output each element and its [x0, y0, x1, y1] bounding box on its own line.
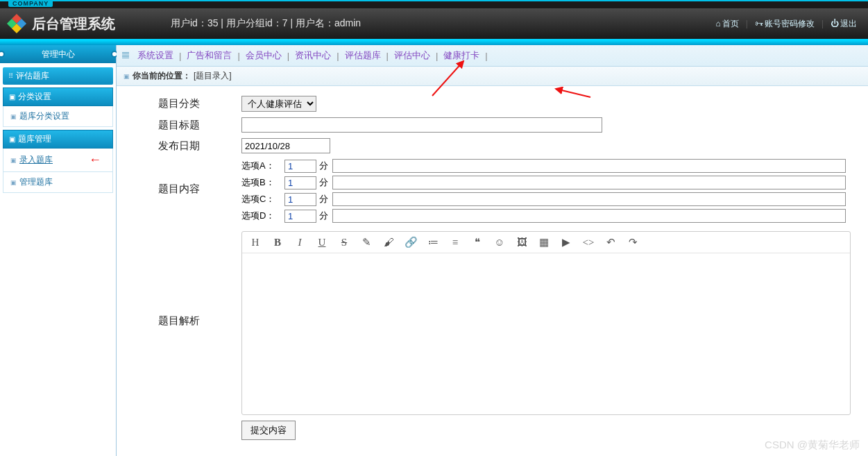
nav-news[interactable]: 资讯中心: [292, 49, 334, 62]
brush-icon[interactable]: 🖌: [382, 237, 395, 248]
underline-icon[interactable]: U: [316, 237, 328, 248]
emoji-icon[interactable]: ☺: [493, 237, 506, 248]
option-unit: 分: [319, 160, 328, 172]
logout-link[interactable]: ⏻退出: [828, 18, 860, 30]
redo-icon[interactable]: ↷: [627, 236, 639, 248]
label-category: 题目分类: [117, 96, 241, 110]
watermark: CSDN @黄菊华老师: [765, 439, 860, 452]
nav-system[interactable]: 系统设置: [135, 49, 176, 62]
option-label: 选项C：: [241, 193, 282, 205]
link-icon[interactable]: 🔗: [405, 236, 417, 248]
key-icon: 🗝: [755, 19, 763, 28]
option-label: 选项A：: [241, 160, 282, 172]
nav-eval-center[interactable]: 评估中心: [391, 49, 433, 62]
undo-icon[interactable]: ↶: [604, 236, 617, 248]
image-icon[interactable]: 🖼: [516, 237, 528, 248]
app-header: 后台管理系统 用户id：35 | 用户分组id：7 | 用户名：admin ⌂首…: [0, 8, 868, 40]
password-link[interactable]: 🗝账号密码修改: [752, 18, 817, 30]
title-input[interactable]: [241, 117, 602, 133]
editor-body[interactable]: [242, 253, 850, 414]
nav-health[interactable]: 健康打卡: [441, 49, 482, 62]
label-content: 题目内容: [117, 159, 241, 196]
sidebar-item-enter-bank[interactable]: 录入题库 ←: [3, 149, 113, 172]
option-label: 选项B：: [241, 176, 282, 189]
code-icon[interactable]: <>: [582, 237, 595, 248]
sidebar: 管理中心 评估题库 分类设置 题库分类设置 题库管理 录入题库 ← 管理题库: [0, 45, 117, 456]
sidebar-module: 评估题库: [3, 67, 113, 85]
option-text-input[interactable]: [332, 176, 846, 189]
editor-toolbar: HBIUS✎🖌🔗≔≡❝☺🖼▦▶<>↶↷: [242, 232, 850, 253]
nav-ads[interactable]: 广告和留言: [184, 49, 235, 62]
option-text-input[interactable]: [332, 209, 846, 223]
sidebar-tab[interactable]: 管理中心: [0, 45, 116, 63]
sidebar-section-category[interactable]: 分类设置: [3, 87, 113, 106]
sidebar-item-manage-bank[interactable]: 管理题库: [3, 172, 113, 193]
option-text-input[interactable]: [332, 192, 846, 206]
option-score-input[interactable]: [284, 210, 316, 223]
list-icon[interactable]: ≔: [427, 236, 439, 248]
nav-member[interactable]: 会员中心: [243, 49, 284, 62]
sidebar-item-category-settings[interactable]: 题库分类设置: [3, 106, 113, 127]
option-label: 选项D：: [241, 210, 282, 222]
top-nav: 系统设置| 广告和留言| 会员中心| 资讯中心| 评估题库| 评估中心| 健康打…: [117, 45, 868, 67]
option-score-input[interactable]: [284, 160, 316, 173]
breadcrumb: 你当前的位置：[题目录入]: [117, 67, 868, 86]
date-input[interactable]: [241, 138, 330, 153]
quote-icon[interactable]: ❝: [471, 236, 484, 248]
pencil-icon[interactable]: ✎: [360, 236, 373, 248]
rich-editor: HBIUS✎🖌🔗≔≡❝☺🖼▦▶<>↶↷: [241, 231, 851, 415]
user-info: 用户id：35 | 用户分组id：7 | 用户名：admin: [171, 17, 361, 30]
logo-icon: [8, 15, 25, 32]
option-unit: 分: [319, 193, 328, 205]
option-score-input[interactable]: [284, 193, 316, 206]
company-tag: COMPANY: [8, 0, 53, 7]
strike-icon[interactable]: S: [338, 237, 350, 248]
home-link[interactable]: ⌂首页: [713, 18, 742, 30]
submit-button[interactable]: 提交内容: [241, 421, 296, 440]
video-icon[interactable]: ▶: [560, 236, 572, 248]
label-analysis: 题目解析: [117, 231, 241, 328]
app-title: 后台管理系统: [32, 15, 115, 33]
italic-icon[interactable]: I: [293, 237, 306, 248]
category-select[interactable]: 个人健康评估: [241, 96, 316, 112]
sidebar-section-bank[interactable]: 题库管理: [3, 130, 113, 149]
option-text-input[interactable]: [332, 159, 846, 173]
table-icon[interactable]: ▦: [538, 236, 550, 248]
heading-icon[interactable]: H: [249, 237, 262, 248]
option-unit: 分: [319, 176, 328, 189]
option-score-input[interactable]: [284, 176, 316, 189]
bold-icon[interactable]: B: [271, 237, 284, 248]
home-icon: ⌂: [716, 19, 721, 28]
arrow-indicator-icon: ←: [89, 153, 101, 167]
option-unit: 分: [319, 210, 328, 222]
power-icon: ⏻: [831, 19, 839, 28]
nav-eval-bank[interactable]: 评估题库: [342, 49, 384, 62]
label-date: 发布日期: [117, 138, 241, 153]
align-icon[interactable]: ≡: [449, 237, 461, 248]
label-title: 题目标题: [117, 117, 241, 132]
